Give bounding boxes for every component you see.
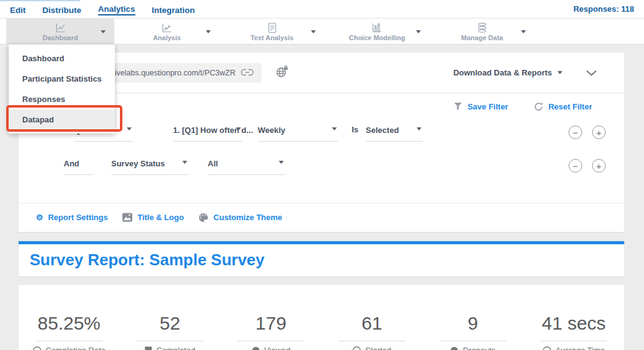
filter-row-controls: − +	[569, 124, 624, 139]
stat-value: 85.25%	[38, 312, 101, 335]
stat-value: 61	[362, 312, 382, 335]
stat-label: Started	[365, 346, 391, 350]
nav-item-analytics[interactable]: Analytics	[98, 2, 135, 15]
divider	[237, 341, 304, 341]
dashboard-dropdown-menu: Dashboard Participant Statistics Respons…	[9, 45, 115, 134]
survey-url-text: /hivelabs.questionpro.com/t/PC3wZR	[108, 69, 235, 77]
stat-started: 61 Started	[321, 312, 422, 350]
toolbar-item-analysis[interactable]: Analysis	[114, 19, 219, 45]
toolbar-item-text-analysis[interactable]: Text Analysis	[219, 19, 324, 45]
stat-average-time: 41 secs Average Time	[523, 312, 624, 350]
stat-completed: 52 Completed	[119, 312, 220, 350]
filter-funnel-icon	[454, 102, 462, 111]
started-icon	[352, 346, 361, 350]
stat-value: 9	[468, 312, 478, 335]
question-select[interactable]: 1. [Q1] How often d...	[173, 124, 242, 142]
title-logo-label: Title & Logo	[137, 213, 184, 222]
divider	[540, 341, 607, 341]
stat-completion-rate: 85.25% Completion Rate	[19, 312, 119, 350]
divider	[137, 341, 203, 341]
stat-value: 52	[159, 312, 180, 335]
filter-row-controls: − +	[569, 158, 624, 173]
download-data-reports-dropdown[interactable]: Download Data & Reports	[453, 68, 562, 77]
chevron-down-icon[interactable]	[206, 30, 211, 33]
report-settings-label: Report Settings	[48, 213, 108, 222]
reset-filter-label: Reset Filter	[548, 102, 592, 111]
toolbar-item-label: Choice Modelling	[349, 34, 405, 41]
answer-option-select[interactable]: Weekly	[258, 124, 338, 142]
toolbar-item-manage-data[interactable]: Manage Data	[430, 19, 535, 45]
average-time-icon	[543, 346, 551, 350]
menu-item-responses[interactable]: Responses	[9, 89, 115, 109]
reset-filter-button[interactable]: Reset Filter	[534, 102, 592, 111]
trend-chart-icon	[161, 22, 172, 33]
divider	[36, 341, 103, 341]
condition-select[interactable]: Selected	[366, 124, 423, 142]
top-edge-accent	[0, 0, 80, 1]
completed-icon	[145, 346, 152, 350]
collapse-chevron-icon[interactable]	[586, 70, 597, 76]
nav-item-edit[interactable]: Edit	[10, 4, 26, 15]
caret-down-icon	[236, 127, 241, 130]
stats-card: 85.25% Completion Rate 52 Completed	[19, 285, 624, 350]
analytics-toolbar: Dashboard Analysis	[0, 19, 644, 45]
toolbar-item-dashboard[interactable]: Dashboard	[6, 19, 114, 45]
menu-item-datapad[interactable]: Datapad	[9, 109, 115, 130]
survey-status-select[interactable]: Survey Status	[111, 158, 189, 175]
customize-theme-label: Customize Theme	[213, 213, 282, 222]
toolbar-item-label: Dashboard	[43, 34, 78, 41]
toolbar-item-choice-modelling[interactable]: Choice Modelling	[324, 19, 430, 45]
menu-item-participant-statistics[interactable]: Participant Statistics	[9, 69, 115, 89]
stat-label: Completion Rate	[46, 346, 106, 350]
report-title: Survey Report: Sample Survey	[19, 244, 624, 270]
caret-down-icon	[182, 161, 187, 164]
chevron-down-icon[interactable]	[101, 30, 106, 33]
stat-label: Viewed	[265, 346, 290, 350]
caret-down-icon	[279, 161, 284, 164]
divider	[439, 341, 506, 341]
stat-label: Dropouts	[463, 346, 496, 350]
nav-items: Edit Distribute Analytics Integration	[10, 2, 195, 15]
chevron-down-icon[interactable]	[521, 30, 526, 33]
remove-filter-button[interactable]: −	[569, 159, 582, 173]
stat-label: Average Time	[556, 346, 605, 350]
add-filter-button[interactable]: +	[592, 126, 606, 139]
operator-label: Is	[352, 124, 358, 134]
link-icon[interactable]	[241, 67, 253, 79]
globe-lock-icon[interactable]	[276, 66, 289, 80]
responses-count[interactable]: Responses: 118	[574, 4, 634, 14]
filter-row-2: And Survey Status All − +	[19, 153, 624, 186]
chevron-down-icon[interactable]	[311, 30, 316, 33]
save-filter-label: Save Filter	[467, 102, 508, 111]
database-icon	[477, 22, 488, 33]
nav-item-integration[interactable]: Integration	[152, 4, 195, 15]
stats-row: 85.25% Completion Rate 52 Completed	[19, 312, 624, 350]
caret-down-icon	[417, 127, 422, 130]
chevron-down-icon[interactable]	[416, 30, 421, 33]
save-filter-button[interactable]: Save Filter	[454, 102, 508, 111]
gear-icon: ⚙	[36, 213, 43, 221]
nav-item-distribute[interactable]: Distribute	[43, 4, 82, 15]
toolbar-item-label: Manage Data	[461, 34, 503, 41]
customize-theme-button[interactable]: Customize Theme	[198, 213, 282, 223]
stat-label: Completed	[156, 346, 195, 350]
caret-down-icon	[127, 127, 132, 130]
add-filter-button[interactable]: +	[592, 159, 606, 173]
title-logo-button[interactable]: Title & Logo	[122, 213, 184, 222]
bar-dots-chart-icon	[371, 22, 383, 33]
status-value-select[interactable]: All	[208, 158, 285, 175]
report-tools-row: ⚙ Report Settings Title & Logo Customize…	[19, 203, 624, 231]
top-navigation: Edit Distribute Analytics Integration Re…	[0, 0, 644, 19]
menu-item-dashboard[interactable]: Dashboard	[9, 48, 115, 69]
report-settings-button[interactable]: ⚙ Report Settings	[36, 213, 108, 222]
viewed-icon	[252, 346, 260, 350]
line-chart-icon	[55, 22, 66, 33]
logic-operator-select[interactable]: And	[64, 158, 93, 175]
completion-rate-icon	[33, 346, 41, 350]
toolbar-item-label: Text Analysis	[250, 34, 294, 41]
refresh-icon	[534, 102, 543, 111]
text-document-icon	[266, 22, 278, 33]
image-icon	[122, 213, 132, 222]
report-title-card: Survey Report: Sample Survey	[19, 241, 624, 276]
remove-filter-button[interactable]: −	[569, 126, 582, 139]
